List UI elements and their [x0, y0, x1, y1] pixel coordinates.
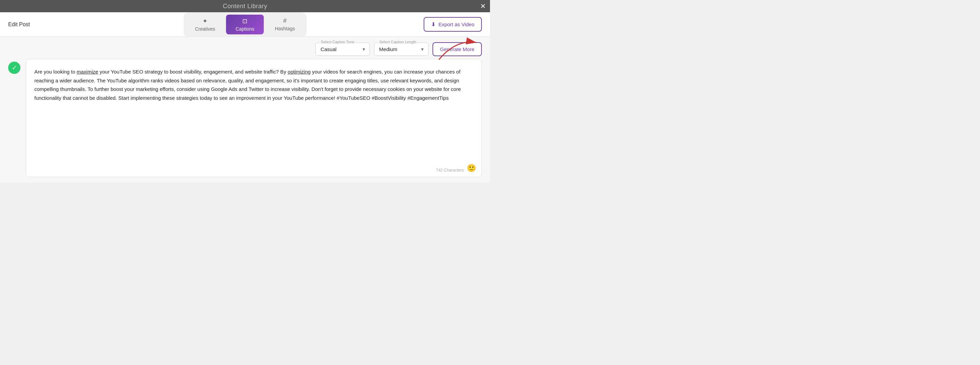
- tab-hashtags[interactable]: # Hashtags: [266, 14, 305, 34]
- background-bar: Content Library: [0, 0, 490, 12]
- char-count: 742 Characters: [436, 168, 464, 173]
- export-button-label: Export as Video: [438, 21, 474, 27]
- edit-post-link[interactable]: Edit Post: [8, 21, 30, 27]
- tab-captions-label: Captions: [235, 26, 254, 32]
- hashtags-icon: #: [283, 18, 286, 24]
- tab-creatives-label: Creatives: [195, 26, 215, 32]
- emoji-button[interactable]: 🙂: [467, 164, 476, 173]
- generate-more-button[interactable]: Generate More: [433, 42, 482, 56]
- download-icon: ⬇: [431, 21, 436, 27]
- caption-length-select[interactable]: Short Medium Long: [374, 43, 428, 56]
- tab-group: ✦ Creatives ⊡ Captions # Hashtags: [183, 13, 307, 37]
- caption-tone-wrapper: Select Caption Tone Casual Professional …: [315, 43, 370, 56]
- caption-body: Are you looking to maximize your YouTube…: [34, 67, 473, 102]
- close-button[interactable]: ✕: [480, 3, 486, 10]
- modal: Edit Post ✦ Creatives ⊡ Captions # Hasht…: [0, 12, 490, 183]
- check-icon: ✓: [12, 64, 17, 72]
- caption-length-wrapper: Select Caption Length Short Medium Long …: [374, 43, 428, 56]
- content-area: ✓ Are you looking to maximize your YouTu…: [0, 59, 490, 183]
- caption-tone-label: Select Caption Tone: [320, 40, 356, 44]
- tab-captions[interactable]: ⊡ Captions: [226, 14, 264, 34]
- caption-length-label: Select Caption Length: [378, 40, 417, 44]
- modal-header: Edit Post ✦ Creatives ⊡ Captions # Hasht…: [0, 12, 490, 37]
- tab-hashtags-label: Hashtags: [275, 26, 295, 31]
- caption-tone-select[interactable]: Casual Professional Witty Formal Friendl…: [315, 43, 370, 56]
- captions-icon: ⊡: [242, 18, 247, 25]
- creatives-icon: ✦: [202, 18, 208, 25]
- background-title: Content Library: [223, 3, 267, 10]
- caption-text-box[interactable]: Are you looking to maximize your YouTube…: [26, 59, 482, 177]
- controls-row: Select Caption Tone Casual Professional …: [0, 37, 490, 59]
- status-check: ✓: [8, 62, 21, 74]
- tab-creatives[interactable]: ✦ Creatives: [185, 14, 224, 34]
- export-video-button[interactable]: ⬇ Export as Video: [424, 17, 482, 32]
